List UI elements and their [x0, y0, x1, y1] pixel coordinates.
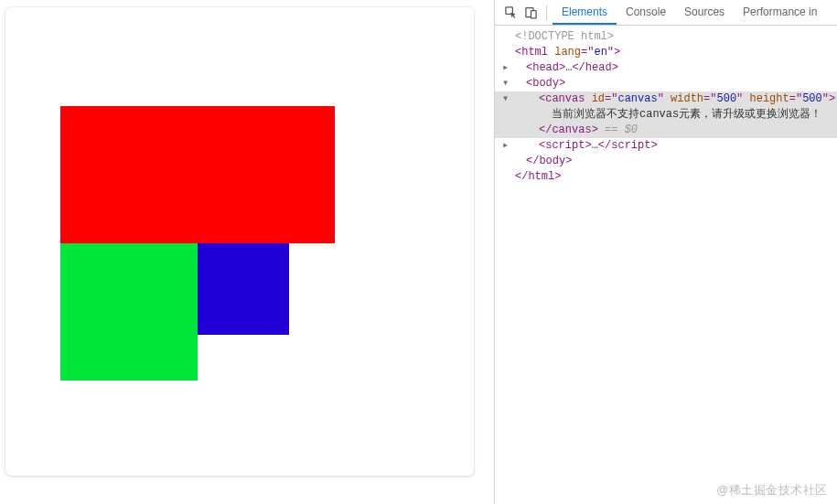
tab-performance[interactable]: Performance in: [734, 0, 826, 25]
dom-head[interactable]: ▸<head>…</head>: [495, 60, 837, 76]
tab-sources[interactable]: Sources: [675, 0, 734, 25]
expand-arrow-icon[interactable]: ▸: [502, 138, 511, 154]
devtools-panel: Elements Console Sources Performance in …: [495, 0, 837, 504]
inspect-element-icon[interactable]: [500, 3, 520, 23]
dom-html-open[interactable]: <html lang="en">: [495, 45, 837, 60]
dom-script[interactable]: ▸<script>…</script>: [495, 138, 837, 154]
device-toolbar-icon[interactable]: [520, 3, 541, 23]
elements-tree[interactable]: <!DOCTYPE html> <html lang="en"> ▸<head>…: [495, 26, 837, 504]
dom-canvas-close[interactable]: </canvas> == $0: [495, 123, 837, 138]
dom-body-open[interactable]: ▾<body>: [495, 76, 837, 91]
red-rectangle: [60, 106, 335, 243]
devtools-toolbar: Elements Console Sources Performance in: [495, 0, 837, 26]
tab-elements[interactable]: Elements: [553, 0, 617, 25]
dom-doctype[interactable]: <!DOCTYPE html>: [495, 29, 837, 45]
dom-body-close[interactable]: </body>: [495, 154, 837, 169]
watermark-text: @稀土掘金技术社区: [716, 482, 828, 499]
expand-arrow-icon[interactable]: ▸: [502, 60, 511, 76]
dom-canvas-text[interactable]: 当前浏览器不支持canvas元素，请升级或更换浏览器！: [495, 107, 837, 123]
toolbar-separator: [546, 5, 547, 20]
svg-rect-2: [531, 11, 536, 18]
blue-rectangle: [198, 243, 289, 335]
dom-canvas-open[interactable]: ⋯▾<canvas id="canvas" width="500" height…: [495, 91, 837, 107]
collapse-arrow-icon[interactable]: ▾: [502, 76, 511, 91]
devtools-tabs: Elements Console Sources Performance in: [553, 0, 826, 25]
canvas-card: [5, 7, 474, 476]
green-rectangle: [60, 243, 198, 381]
page-viewport: [0, 0, 494, 504]
dom-html-close[interactable]: </html>: [495, 169, 837, 185]
tab-console[interactable]: Console: [617, 0, 675, 25]
collapse-arrow-icon[interactable]: ▾: [502, 91, 511, 107]
